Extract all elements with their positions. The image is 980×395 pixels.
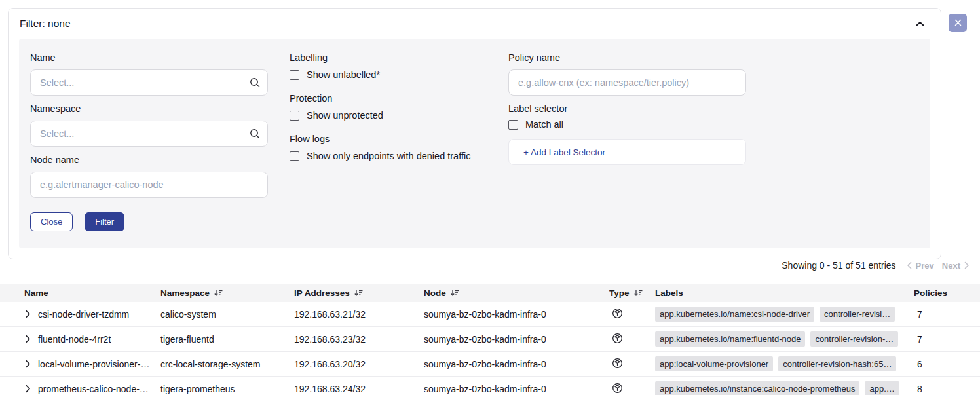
policy-name-input[interactable] [508,69,746,96]
pod-icon [612,333,623,346]
protection-group-label: Protection [290,93,508,103]
endpoint-node: soumya-bz-0zbo-kadm-infra-0 [424,334,609,345]
expand-row-icon[interactable] [25,335,31,343]
match-all-checkbox[interactable] [508,120,518,130]
search-icon [249,77,261,91]
chevron-up-icon [916,19,924,29]
next-page-link[interactable]: Next [942,261,960,271]
node-name-field-label: Node name [30,155,268,165]
label-pill: app.… [865,381,899,395]
endpoint-ip: 192.168.63.24/32 [294,384,424,394]
show-unprotected-label: Show unprotected [307,110,383,121]
labelling-group-label: Labelling [290,52,508,63]
label-pill: controller-revisi… [820,307,895,322]
label-pill: controller-revision-hash:65… [778,356,896,371]
endpoint-namespace: tigera-fluentd [160,334,294,345]
expand-row-icon[interactable] [25,385,31,393]
label-selector-group-label: Label selector [508,103,746,114]
table-header-row: Name Namespace IP Addresses Node Type La… [0,284,980,302]
denied-traffic-checkbox[interactable] [290,151,299,161]
chevron-left-icon[interactable] [907,261,912,269]
endpoint-node: soumya-bz-0zbo-kadm-infra-0 [424,384,609,394]
column-header-node[interactable]: Node [424,288,609,298]
flow-logs-group-label: Flow logs [290,134,508,144]
filter-title: Filter: none [20,18,71,29]
policies-count: 7 [914,309,980,320]
namespace-field-label: Namespace [30,103,268,114]
endpoint-ip: 192.168.63.20/32 [294,359,424,369]
endpoint-name: prometheus-calico-node-… [38,384,149,394]
expand-row-icon[interactable] [25,360,31,368]
endpoint-node: soumya-bz-0zbo-kadm-infra-0 [424,309,609,320]
endpoint-name: fluentd-node-4rr2t [38,334,111,345]
collapse-filter-button[interactable] [916,19,924,29]
table-row[interactable]: csi-node-driver-tzdmm calico-system 192.… [0,302,980,327]
show-unlabelled-checkbox[interactable] [290,70,299,80]
label-pill: app:local-volume-provisioner [655,356,773,371]
policies-count: 6 [914,359,980,369]
add-label-selector-button[interactable]: + Add Label Selector [508,139,746,165]
pod-icon [612,383,623,395]
label-pill: app.kubernetes.io/instance:calico-node-p… [655,381,859,395]
filter-panel-header: Filter: none [9,9,941,39]
policies-count: 8 [914,384,980,394]
table-row[interactable]: local-volume-provisioner-… crc-local-sto… [0,352,980,377]
pagination-bar: Showing 0 - 51 of 51 entries Prev Next [782,260,970,271]
filter-button[interactable]: Filter [85,212,124,231]
sort-icon[interactable] [354,289,363,297]
filter-panel: Filter: none Name Namespace [8,8,941,259]
policies-count: 7 [914,334,980,345]
column-header-name[interactable]: Name [0,288,160,298]
column-header-labels: Labels [655,288,914,298]
label-pill: app.kubernetes.io/name:fluentd-node [655,331,805,347]
entries-summary: Showing 0 - 51 of 51 entries [782,260,895,271]
sort-icon[interactable] [634,289,643,297]
endpoint-ip: 192.168.63.23/32 [294,334,424,345]
endpoint-namespace: crc-local-storage-system [160,359,294,369]
sort-icon[interactable] [451,289,459,297]
endpoint-name: local-volume-provisioner-… [38,359,149,369]
endpoint-namespace: tigera-prometheus [160,384,294,394]
label-pill: app.kubernetes.io/name:csi-node-driver [655,307,814,322]
column-header-ip-addresses[interactable]: IP Addresses [294,288,424,298]
search-icon [249,128,261,142]
endpoint-ip: 192.168.63.21/32 [294,309,424,320]
name-select-input[interactable] [30,69,268,96]
close-icon [954,18,962,28]
endpoint-namespace: calico-system [160,309,294,320]
filter-form: Name Namespace Node name Close Filter [19,39,930,248]
match-all-label: Match all [525,119,563,130]
show-unlabelled-label: Show unlabelled* [307,69,380,80]
endpoints-table: Name Namespace IP Addresses Node Type La… [0,284,980,395]
column-header-namespace[interactable]: Namespace [160,288,294,298]
sort-icon[interactable] [214,289,223,297]
node-name-input[interactable] [30,172,268,198]
chevron-right-icon[interactable] [964,261,970,269]
dismiss-panel-button[interactable] [949,14,967,32]
close-button[interactable]: Close [30,212,73,231]
policy-name-field-label: Policy name [508,52,746,63]
table-row[interactable]: prometheus-calico-node-… tigera-promethe… [0,377,980,395]
label-pill: controller-revision-… [810,331,898,347]
pod-icon [612,358,623,371]
endpoint-name: csi-node-driver-tzdmm [38,309,129,320]
column-header-type[interactable]: Type [609,288,655,298]
endpoint-node: soumya-bz-0zbo-kadm-infra-0 [424,359,609,369]
pod-icon [612,308,623,321]
table-row[interactable]: fluentd-node-4rr2t tigera-fluentd 192.16… [0,327,980,352]
namespace-select-input[interactable] [30,121,268,147]
show-unprotected-checkbox[interactable] [290,111,299,121]
denied-traffic-label: Show only endpoints with denied traffic [307,151,470,161]
expand-row-icon[interactable] [25,310,31,318]
name-field-label: Name [30,52,268,63]
prev-page-link[interactable]: Prev [916,261,934,271]
column-header-policies: Policies [914,288,980,298]
